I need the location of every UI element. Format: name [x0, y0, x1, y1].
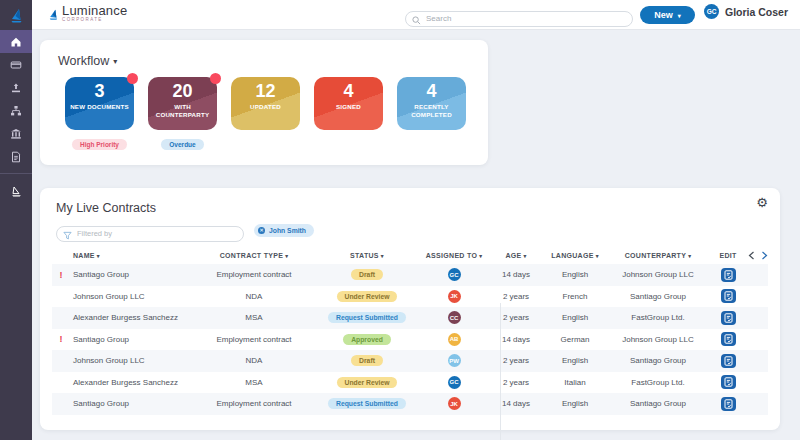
card-recently-completed[interactable]: 4 RECENTLY COMPLETED — [397, 77, 466, 130]
contracts-table: NAME▾ CONTRACT TYPE▾ STATUS▾ ASSIGNED TO… — [52, 246, 768, 415]
sidebar-item-sail[interactable] — [0, 180, 32, 203]
cell-counterparty: FastGroup Ltd. — [606, 313, 710, 322]
cell-contract-type: Employment contract — [194, 335, 314, 344]
urgent-icon: ! — [52, 334, 70, 344]
cell-name: Alexander Burgess Sanchezz — [70, 378, 194, 387]
user-menu[interactable]: GC Gloria Coser — [704, 4, 788, 19]
cell-counterparty: Santiago Group — [606, 356, 710, 365]
sidebar-item-hierarchy[interactable] — [0, 99, 32, 122]
table-row[interactable]: Johnson Group LLC NDA Draft PW 2 years E… — [52, 350, 768, 372]
cell-edit — [710, 311, 746, 325]
filter-input[interactable] — [56, 226, 244, 242]
assignee-avatar: GC — [448, 376, 461, 389]
search-input[interactable] — [405, 11, 633, 27]
new-button-label: New — [654, 10, 673, 20]
cell-name: Johnson Group LLC — [70, 356, 194, 365]
sort-caret-icon: ▾ — [524, 253, 527, 259]
brand-name: Luminance — [62, 4, 127, 17]
assignee-avatar: JK — [448, 397, 461, 410]
assignee-avatar: CC — [448, 311, 461, 324]
assignee-avatar: GC — [448, 268, 461, 281]
workflow-title: Workflow — [58, 54, 109, 68]
remove-filter-icon[interactable]: ✕ — [258, 227, 265, 234]
cell-counterparty: Santiago Group — [606, 292, 710, 301]
edit-document-button[interactable] — [721, 397, 736, 411]
table-row[interactable]: ! Santiago Group Employment contract Dra… — [52, 264, 768, 286]
table-row[interactable]: Johnson Group LLC NDA Under Review JK 2 … — [52, 286, 768, 308]
cell-assigned-to: AB — [420, 333, 488, 346]
edit-document-button[interactable] — [721, 289, 736, 303]
cell-status: Under Review — [314, 291, 420, 302]
cell-counterparty: Santiago Group — [606, 399, 710, 408]
card-with-counterparty[interactable]: 20 WITH COUNTERPARTY — [148, 77, 217, 130]
notification-dot — [210, 73, 221, 84]
col-header-language[interactable]: LANGUAGE▾ — [544, 252, 606, 259]
col-header-status[interactable]: STATUS▾ — [314, 252, 420, 259]
table-row[interactable]: Alexander Burgess Sanchezz MSA Request S… — [52, 307, 768, 329]
col-header-assigned-to[interactable]: ASSIGNED TO▾ — [420, 252, 488, 259]
status-badge: Draft — [351, 269, 383, 280]
table-row[interactable]: Santiago Group Employment contract Reque… — [52, 393, 768, 415]
chevron-right-icon[interactable] — [761, 251, 768, 260]
table-row[interactable]: ! Santiago Group Employment contract App… — [52, 329, 768, 351]
sidebar-item-upload[interactable] — [0, 76, 32, 99]
status-badge: Under Review — [337, 377, 398, 388]
sidebar-item-cards[interactable] — [0, 53, 32, 76]
table-header: NAME▾ CONTRACT TYPE▾ STATUS▾ ASSIGNED TO… — [52, 246, 768, 264]
col-header-name[interactable]: NAME▾ — [70, 252, 194, 259]
filter-chip-john-smith[interactable]: ✕ John Smith — [254, 224, 314, 237]
sidebar — [0, 0, 32, 440]
card-updated[interactable]: 12 UPDATED — [231, 77, 300, 130]
cell-age: 2 years — [488, 292, 544, 301]
card-label: SIGNED — [314, 103, 383, 111]
filter-chip-label: John Smith — [269, 227, 306, 234]
edit-document-icon — [724, 334, 733, 344]
chevron-left-icon[interactable] — [748, 251, 755, 260]
filter-container — [56, 222, 244, 238]
search-container — [405, 7, 633, 23]
status-badge: Draft — [351, 355, 383, 366]
search-icon — [412, 11, 421, 29]
gear-icon[interactable]: ⚙ — [756, 196, 768, 209]
table-row[interactable]: Alexander Burgess Sanchezz MSA Under Rev… — [52, 372, 768, 394]
sidebar-item-documents[interactable] — [0, 145, 32, 168]
edit-document-button[interactable] — [721, 311, 736, 325]
sidebar-divider — [0, 173, 32, 174]
sidebar-item-home[interactable] — [0, 30, 32, 53]
cell-contract-type: MSA — [194, 378, 314, 387]
cell-name: Alexander Burgess Sanchezz — [70, 313, 194, 322]
edit-document-button[interactable] — [721, 332, 736, 346]
col-header-counterparty[interactable]: COUNTERPARTY▾ — [606, 252, 710, 259]
high-priority-badge[interactable]: High Priority — [72, 139, 127, 150]
col-header-contract-type[interactable]: CONTRACT TYPE▾ — [194, 252, 314, 259]
overdue-badge[interactable]: Overdue — [161, 139, 203, 150]
topbar: Luminance CORPORATE New ▾ GC Gloria Cose… — [32, 0, 800, 30]
edit-document-button[interactable] — [721, 268, 736, 282]
col-header-age[interactable]: AGE▾ — [488, 252, 544, 259]
card-label: UPDATED — [231, 103, 300, 111]
cell-status: Request Submitted — [314, 398, 420, 409]
new-button[interactable]: New ▾ — [640, 6, 695, 24]
cell-age: 2 years — [488, 356, 544, 365]
card-label: RECENTLY COMPLETED — [397, 103, 466, 119]
cell-contract-type: Employment contract — [194, 399, 314, 408]
chevron-down-icon: ▾ — [113, 57, 117, 66]
cell-language: English — [544, 356, 606, 365]
cell-age: 14 days — [488, 335, 544, 344]
cell-name: Santiago Group — [70, 399, 194, 408]
contracts-panel: My Live Contracts ⚙ ✕ John Smith NAME▾ C… — [40, 188, 780, 430]
brand-logo[interactable]: Luminance CORPORATE — [48, 4, 127, 25]
card-signed[interactable]: 4 SIGNED — [314, 77, 383, 130]
edit-document-icon — [724, 270, 733, 280]
card-new-documents[interactable]: 3 NEW DOCUMENTS — [65, 77, 134, 130]
workflow-dropdown[interactable]: Workflow ▾ — [58, 54, 117, 68]
edit-document-icon — [724, 291, 733, 301]
document-icon — [10, 151, 22, 163]
edit-document-button[interactable] — [721, 354, 736, 368]
status-badge: Under Review — [337, 291, 398, 302]
cell-status: Draft — [314, 355, 420, 366]
sidebar-item-institution[interactable] — [0, 122, 32, 145]
filter-funnel-icon — [63, 226, 72, 244]
card-count: 20 — [148, 82, 217, 102]
edit-document-button[interactable] — [721, 375, 736, 389]
